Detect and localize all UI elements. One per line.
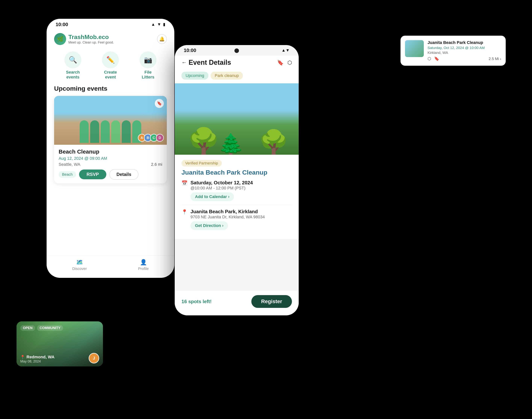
- event-title: Beach Cleanup: [59, 148, 162, 155]
- app-tagline: Meet up. Clean up. Feel good.: [68, 40, 114, 44]
- bottom-navigation: 🗺️ Discover 👤 Profile: [47, 255, 174, 278]
- app-logo-icon: 🌿: [54, 33, 66, 45]
- notif-title: Juanita Beach Park Cleanup: [428, 40, 501, 45]
- share-button[interactable]: ⬡: [287, 60, 292, 66]
- small-card-footer: 📍 Redmond, WA May 08, 2024 J: [16, 350, 103, 367]
- attendee-avatars: A B C D: [140, 134, 164, 142]
- open-tag: OPEN: [20, 325, 35, 331]
- discover-label: Discover: [72, 267, 87, 271]
- bookmark-button[interactable]: 🔖: [155, 99, 164, 108]
- divider: [181, 205, 292, 205]
- location-detail-icon: 📍: [181, 209, 188, 215]
- share-notif-icon[interactable]: ⬡: [428, 56, 431, 61]
- profile-icon: 👤: [140, 259, 147, 265]
- file-litters-button[interactable]: 📷 FileLitters: [140, 52, 156, 79]
- logo-text: TrashMob.eco Meet up. Clean up. Feel goo…: [68, 34, 114, 44]
- event-date-sub: @10:00 AM - 12:00 PM (PST): [191, 186, 253, 191]
- small-card-meta: 📍 Redmond, WA May 08, 2024: [20, 355, 55, 363]
- quick-actions: 🔍 Searchevents ✏️ Createevent 📷 FileLitt…: [54, 52, 167, 79]
- camera-icon: 📷: [140, 52, 156, 68]
- wifi-icon: ▼: [157, 22, 161, 27]
- event-date: Aug 12, 2024 @ 09:00 AM: [59, 156, 162, 161]
- phone2-time: 10:00: [184, 48, 196, 53]
- small-card-tags: OPEN COMMUNITY: [20, 325, 63, 331]
- nav-profile[interactable]: 👤 Profile: [138, 259, 149, 271]
- search-events-button[interactable]: 🔍 Searchevents: [64, 52, 81, 79]
- event-actions: Beach RSVP Details: [59, 169, 162, 180]
- bookmark-header-button[interactable]: 🔖: [277, 60, 284, 66]
- search-icon: 🔍: [64, 52, 81, 68]
- notif-date: Saturday, Oct 12, 2024 @ 10:00 AM: [428, 46, 501, 50]
- header-actions: 🔖 ⬡: [277, 60, 292, 66]
- signal-icon: ▲: [151, 22, 155, 27]
- nav-discover[interactable]: 🗺️ Discover: [72, 259, 87, 271]
- event-image: 🔖 A B C D: [54, 96, 167, 145]
- location-text: Juanita Beach Park, Kirkland 9703 NE Jua…: [191, 209, 265, 230]
- notification-bell-button[interactable]: 🔔: [157, 34, 167, 44]
- notif-actions: ⬡ 🔖 2.5 Mi ›: [428, 56, 501, 61]
- phone1-status-bar: 10:00 ▲ ▼ ▮: [47, 19, 174, 30]
- event-detail-title: Juanita Beach Park Cleanup: [181, 169, 292, 176]
- discover-icon: 🗺️: [76, 259, 83, 265]
- bookmark-notif-icon[interactable]: 🔖: [434, 56, 439, 61]
- logo-area: 🌿 TrashMob.eco Meet up. Clean up. Feel g…: [54, 33, 114, 45]
- phone1-status-icons: ▲ ▼ ▮: [151, 22, 165, 27]
- date-row: 📅 Saturday, October 12, 2024 @10:00 AM -…: [181, 180, 292, 201]
- front-camera: [234, 48, 239, 53]
- small-card-location: 📍 Redmond, WA: [20, 355, 55, 359]
- app-name: TrashMob.eco: [68, 34, 114, 40]
- spots-left-text: 16 spots left!: [181, 299, 212, 304]
- event-tag-badge: Beach: [59, 171, 76, 178]
- notif-thumbnail: [405, 40, 424, 57]
- event-meta: Seattle, WA 2.6 mi: [59, 162, 162, 167]
- create-event-label: Createevent: [104, 70, 117, 79]
- add-to-calendar-button[interactable]: Add to Calendar ›: [191, 192, 234, 201]
- battery-icon: ▮: [163, 22, 165, 27]
- calendar-detail-icon: 📅: [181, 180, 188, 186]
- detail-header: ← Event Details 🔖 ⬡: [175, 56, 299, 69]
- app-name-part2: Mob.eco: [84, 34, 109, 40]
- event-hero-image: 🌳 🌲 🌳: [175, 83, 299, 155]
- community-tag: COMMUNITY: [37, 325, 63, 331]
- event-distance: 2.6 mi: [151, 162, 162, 167]
- upcoming-tag: Upcoming: [181, 72, 208, 79]
- notif-content: Juanita Beach Park Cleanup Saturday, Oct…: [428, 40, 501, 61]
- section-title: Upcoming events: [54, 85, 167, 92]
- notif-distance: 2.5 Mi ›: [489, 57, 501, 61]
- location-sub: 9703 NE Juanita Dr, Kirkland, WA 98034: [191, 215, 265, 220]
- rsvp-button[interactable]: RSVP: [79, 170, 106, 179]
- create-event-button[interactable]: ✏️ Createevent: [102, 52, 119, 79]
- event-detail-body: Verified Partnership Juanita Beach Park …: [175, 155, 299, 239]
- small-event-card[interactable]: OPEN COMMUNITY 📍 Redmond, WA May 08, 202…: [16, 321, 103, 367]
- event-date-main: Saturday, October 12, 2024: [191, 180, 253, 186]
- back-button[interactable]: ← Event Details: [181, 59, 231, 66]
- verified-badge: Verified Partnership: [181, 160, 222, 167]
- header-title: Event Details: [189, 59, 231, 66]
- register-button[interactable]: Register: [251, 295, 292, 308]
- profile-label: Profile: [138, 267, 149, 271]
- phone2-status-icons: ▲▼: [281, 48, 290, 53]
- notif-location: Kirkland, WA: [428, 51, 501, 55]
- search-events-label: Searchevents: [66, 70, 80, 79]
- avatar: D: [156, 134, 164, 142]
- app-header: 🌿 TrashMob.eco Meet up. Clean up. Feel g…: [54, 30, 167, 50]
- phone2-status-bar: 10:00 ▲▼: [175, 45, 299, 56]
- small-card-date: May 08, 2024: [20, 359, 55, 363]
- event-location: Seattle, WA: [59, 162, 80, 167]
- back-arrow-icon: ←: [181, 60, 187, 65]
- phone1-time: 10:00: [55, 22, 68, 27]
- park-cleanup-tag: Park cleanup: [211, 72, 243, 79]
- phone2-device: 10:00 ▲▼ ← Event Details 🔖 ⬡ Upcoming Pa…: [175, 45, 299, 315]
- app-name-part1: Trash: [68, 34, 84, 40]
- event-card: 🔖 A B C D Beach Cleanup Aug 12, 2024 @ 0…: [54, 96, 167, 183]
- get-direction-button[interactable]: Get Direction ›: [191, 221, 228, 230]
- location-row: 📍 Juanita Beach Park, Kirkland 9703 NE J…: [181, 209, 292, 230]
- signal-icon2: ▲▼: [281, 48, 290, 53]
- file-litters-label: FileLitters: [142, 70, 154, 79]
- bottom-cta: 16 spots left! Register: [175, 290, 299, 315]
- small-card-image: OPEN COMMUNITY 📍 Redmond, WA May 08, 202…: [16, 321, 103, 367]
- small-card-location-text: Redmond, WA: [27, 355, 55, 359]
- tag-row: Upcoming Park cleanup: [175, 69, 299, 83]
- location-main: Juanita Beach Park, Kirkland: [191, 209, 265, 215]
- details-button[interactable]: Details: [109, 169, 138, 180]
